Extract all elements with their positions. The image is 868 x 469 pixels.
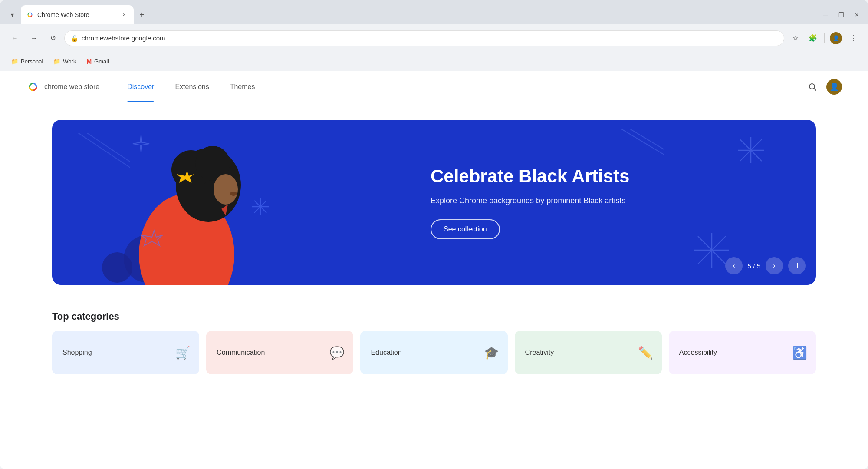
url-bar[interactable]: 🔒 chromewebstore.google.com — [64, 30, 784, 46]
category-creativity-label: Creativity — [525, 349, 554, 357]
address-bar: ← → ↺ 🔒 chromewebstore.google.com ☆ 🧩 👤 … — [0, 24, 868, 52]
search-button[interactable] — [804, 78, 821, 96]
svg-point-27 — [230, 192, 237, 196]
svg-line-5 — [814, 88, 816, 90]
category-accessibility[interactable]: Accessibility ♿ — [669, 331, 816, 374]
svg-point-3 — [31, 85, 35, 89]
tab-bar-right: ─ ❐ × — [819, 9, 863, 24]
folder-icon: 📁 — [53, 58, 60, 65]
chrome-rainbow-icon — [26, 80, 40, 94]
hero-banner: Celebrate Black Artists Explore Chrome b… — [52, 120, 816, 285]
category-creativity[interactable]: Creativity ✏️ — [515, 331, 662, 374]
minimize-button[interactable]: ─ — [819, 9, 832, 21]
folder-icon: 📁 — [11, 58, 18, 65]
profile-switcher[interactable]: 👤 — [828, 30, 844, 46]
categories-title: Top categories — [52, 311, 816, 322]
tab-close-button[interactable]: × — [120, 10, 128, 19]
active-tab[interactable]: Chrome Web Store × — [21, 5, 134, 24]
new-tab-button[interactable]: + — [135, 8, 148, 21]
bookmark-gmail-label: Gmail — [94, 58, 109, 65]
divider — [824, 33, 825, 43]
bookmark-personal-label: Personal — [21, 58, 43, 65]
hero-text: Celebrate Black Artists Explore Chrome b… — [396, 165, 816, 239]
bookmark-personal[interactable]: 📁 Personal — [7, 56, 47, 66]
tab-dropdown-arrow[interactable]: ▾ — [5, 8, 19, 22]
tab-title: Chrome Web Store — [37, 11, 116, 18]
category-accessibility-label: Accessibility — [679, 349, 717, 357]
categories-row: Shopping 🛒 Communication 💬 Education 🎓 C… — [52, 331, 816, 374]
category-education-label: Education — [371, 349, 401, 357]
svg-point-20 — [102, 252, 132, 283]
line-decoration-1 — [621, 129, 664, 155]
main-content: Celebrate Black Artists Explore Chrome b… — [0, 102, 868, 469]
category-communication-label: Communication — [217, 349, 265, 357]
hero-navigation: ‹ 5 / 5 › ⏸ — [725, 257, 806, 274]
hero-subtitle: Explore Chrome backgrounds by prominent … — [431, 196, 781, 205]
back-button[interactable]: ← — [7, 30, 23, 46]
page-content: chrome web store Discover Extensions The… — [0, 71, 868, 469]
nav-themes[interactable]: Themes — [220, 71, 266, 102]
bookmark-gmail[interactable]: M Gmail — [82, 56, 113, 67]
figure-svg — [65, 120, 282, 285]
forward-button[interactable]: → — [26, 30, 42, 46]
hero-title: Celebrate Black Artists — [431, 165, 781, 187]
svg-point-1 — [29, 14, 31, 16]
svg-line-15 — [629, 129, 664, 155]
url-text: chromewebstore.google.com — [82, 34, 778, 42]
nav-extensions[interactable]: Extensions — [164, 71, 219, 102]
category-shopping[interactable]: Shopping 🛒 — [52, 331, 199, 374]
svg-line-14 — [621, 129, 664, 155]
accessibility-icon: ♿ — [792, 346, 807, 360]
store-name-text: chrome web store — [44, 83, 99, 91]
category-education[interactable]: Education 🎓 — [360, 331, 507, 374]
store-header-right: 👤 — [804, 78, 842, 96]
browser-window: ▾ Chrome Web Store × + ─ — [0, 0, 868, 469]
store-nav: Discover Extensions Themes — [117, 71, 786, 102]
bookmarks-bar: 📁 Personal 📁 Work M Gmail — [0, 52, 868, 71]
store-header: chrome web store Discover Extensions The… — [0, 71, 868, 102]
nav-discover[interactable]: Discover — [117, 71, 164, 102]
address-bar-right: ☆ 🧩 👤 ⋮ — [788, 30, 861, 46]
category-shopping-label: Shopping — [62, 349, 92, 357]
creativity-icon: ✏️ — [638, 346, 653, 360]
hero-prev-button[interactable]: ‹ — [725, 257, 743, 274]
close-window-button[interactable]: × — [851, 9, 863, 21]
bookmark-work-label: Work — [63, 58, 76, 65]
hero-next-button[interactable]: › — [766, 257, 783, 274]
bookmark-work[interactable]: 📁 Work — [49, 56, 80, 66]
extensions-button[interactable]: 🧩 — [805, 30, 821, 46]
tab-favicon — [26, 11, 34, 19]
hero-illustration — [52, 120, 396, 285]
category-communication[interactable]: Communication 💬 — [206, 331, 353, 374]
profile-avatar: 👤 — [830, 32, 842, 44]
communication-icon: 💬 — [329, 346, 345, 360]
tab-bar-left: ▾ Chrome Web Store × + — [5, 5, 818, 24]
svg-point-26 — [214, 174, 238, 205]
top-categories-section: Top categories Shopping 🛒 Communication … — [52, 311, 816, 374]
hero-pause-button[interactable]: ⏸ — [788, 257, 806, 274]
hero-counter: 5 / 5 — [748, 262, 760, 270]
gmail-icon: M — [86, 58, 92, 65]
see-collection-button[interactable]: See collection — [431, 219, 500, 239]
chrome-menu-button[interactable]: ⋮ — [845, 30, 861, 46]
reload-button[interactable]: ↺ — [45, 30, 61, 46]
education-icon: 🎓 — [484, 346, 499, 360]
shopping-icon: 🛒 — [175, 346, 191, 360]
maximize-button[interactable]: ❐ — [835, 9, 847, 21]
user-avatar[interactable]: 👤 — [826, 79, 842, 95]
search-icon — [808, 83, 817, 91]
bookmark-star-button[interactable]: ☆ — [788, 30, 803, 46]
star-decoration-2 — [738, 137, 764, 163]
tab-bar: ▾ Chrome Web Store × + ─ — [0, 0, 868, 24]
store-logo[interactable]: chrome web store — [26, 80, 99, 94]
